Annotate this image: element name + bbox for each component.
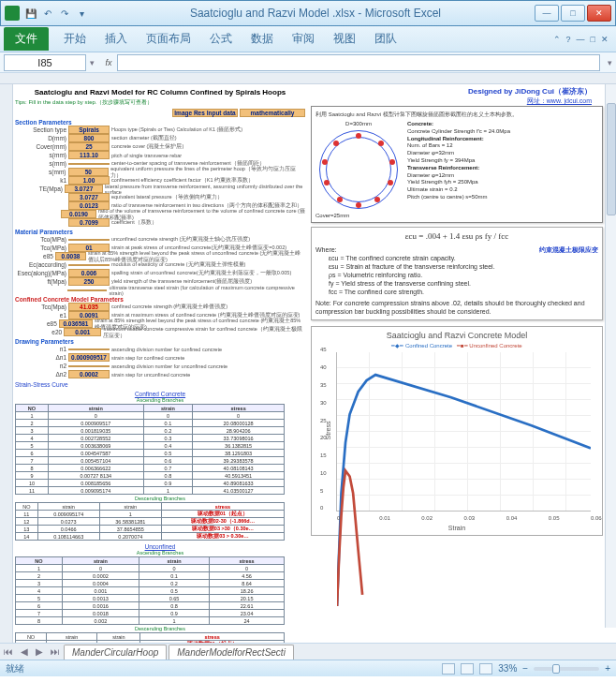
tab-nav-prev-icon[interactable]: ◀ xyxy=(17,646,32,657)
param-cell[interactable]: 800 xyxy=(68,134,110,142)
tab-nav-last-icon[interactable]: ⏭ xyxy=(47,646,64,657)
section-circle-icon xyxy=(319,130,398,209)
zoom-level: 33% xyxy=(498,663,517,674)
param-cell[interactable]: 0.0038 xyxy=(55,252,86,260)
param-cell[interactable]: 0.7099 xyxy=(68,218,110,227)
param-cell[interactable]: 3.0727 xyxy=(65,185,103,193)
formula-note: Note: For concrete compression strains a… xyxy=(315,299,598,316)
param-cell[interactable] xyxy=(68,163,110,165)
maximize-button[interactable]: □ xyxy=(561,5,585,22)
tab-data[interactable]: 数据 xyxy=(242,27,283,51)
button-reset[interactable]: Image Res Input data xyxy=(172,109,238,117)
tab-review[interactable]: 审阅 xyxy=(283,27,324,51)
button-math[interactable]: mathematically xyxy=(240,109,305,117)
chart-svg xyxy=(337,352,591,606)
close-button[interactable]: ✕ xyxy=(587,5,611,22)
titlebar: 💾 ↶ ↷ ▾ Saatcioglu and Razvi Model .xlsx… xyxy=(0,0,616,26)
confined-descending-table: NOstrainstrainstress110.0090951741驱动数据01… xyxy=(15,502,285,541)
excel-icon xyxy=(5,6,20,21)
zoom-in-icon[interactable]: + xyxy=(605,663,610,674)
status-ready: 就绪 xyxy=(6,662,24,675)
descending-label-2: Descending Branches xyxy=(15,626,305,631)
unconfined-descending-table: NOstrainstrainstress120.003824驱动数据01（起点）… xyxy=(15,632,285,643)
zoom-slider[interactable] xyxy=(534,667,599,671)
param-cell[interactable] xyxy=(68,348,110,350)
view-layout-icon[interactable] xyxy=(461,663,474,675)
ascending-label: Ascending Branches xyxy=(15,397,305,403)
view-normal-icon[interactable] xyxy=(442,663,455,675)
diagram-header: 利用 Saatcioglu and Razvi 模型计算下图螺旋箍筋圆形截面柱的… xyxy=(315,111,598,119)
name-box[interactable] xyxy=(4,54,86,71)
view-pagebreak-icon[interactable] xyxy=(479,663,492,675)
tab-nav-next-icon[interactable]: ▶ xyxy=(32,646,47,657)
param-cell[interactable] xyxy=(68,365,110,367)
namebox-dropdown-icon[interactable]: ▾ xyxy=(90,58,95,67)
diameter-label: D=300mm xyxy=(315,121,402,126)
tab-insert[interactable]: 插入 xyxy=(95,27,137,51)
chart-plot-area: 05101520253035404500.010.020.030.040.050… xyxy=(336,352,591,512)
unconfined-table-title: Unconfined xyxy=(15,543,305,550)
param-cell[interactable]: 0.0190 xyxy=(61,210,96,218)
tab-team[interactable]: 团队 xyxy=(365,27,406,51)
tab-layout[interactable]: 页面布局 xyxy=(137,27,200,51)
row-headers[interactable] xyxy=(0,84,13,643)
file-tab[interactable]: 文件 xyxy=(4,27,49,51)
param-cell[interactable]: Spirals xyxy=(68,126,110,134)
where-label: Where: xyxy=(315,245,337,254)
help-icon[interactable]: ? xyxy=(566,35,571,44)
undo-icon[interactable]: ↶ xyxy=(40,6,55,21)
param-cell[interactable] xyxy=(67,289,108,291)
diagram-info: Concrete: Concrete Cylinder Strength f'c… xyxy=(407,121,510,218)
column-headers[interactable] xyxy=(0,73,616,84)
confined-parameters-header: Confined Concrete Model Parameters xyxy=(15,296,305,303)
ribbon-minimize-icon[interactable]: ⌃ xyxy=(553,35,561,44)
tab-formulas[interactable]: 公式 xyxy=(200,27,242,51)
param-cell[interactable]: 3.0727 xyxy=(68,193,110,201)
param-cell[interactable]: 0.036581 xyxy=(59,319,93,328)
param-cell[interactable] xyxy=(68,239,110,241)
param-cell[interactable]: 50 xyxy=(68,168,110,176)
param-cell[interactable]: 0.006 xyxy=(68,269,110,277)
worksheet-area: Saatcioglu and Razvi Model for RC Column… xyxy=(0,73,616,643)
vertical-scrollbar[interactable] xyxy=(605,84,616,628)
website-link[interactable]: 网址：www. jdcui.com xyxy=(311,96,592,106)
save-icon[interactable]: 💾 xyxy=(23,6,38,21)
param-cell[interactable] xyxy=(68,264,110,266)
param-cell[interactable]: 0.0002 xyxy=(68,370,110,378)
formula-input[interactable] xyxy=(117,54,600,71)
drawing-parameters-header: Drawing Parameters xyxy=(15,338,305,345)
param-cell[interactable]: 0.000909517 xyxy=(68,353,110,362)
cover-label: Cover=25mm xyxy=(315,213,402,218)
tab-view[interactable]: 视图 xyxy=(324,27,365,51)
ribbon: 文件 开始 插入 页面布局 公式 数据 审阅 视图 团队 ⌃ ? — □ ✕ xyxy=(0,26,616,52)
param-cell[interactable]: 41.035 xyxy=(68,303,110,311)
tips-text: Tips: Fill in the data step by step.（按步骤… xyxy=(15,98,305,107)
fx-icon[interactable]: fx xyxy=(100,58,117,67)
formula-title-cn: 约束混凝土极限应变 xyxy=(539,245,598,254)
tab-home[interactable]: 开始 xyxy=(54,27,95,51)
zoom-thumb[interactable] xyxy=(552,664,560,674)
param-cell[interactable]: 250 xyxy=(68,277,110,286)
formula-expand-icon[interactable]: ▾ xyxy=(604,58,616,67)
sheet-tab-2[interactable]: ManderModelforRectSecti xyxy=(169,645,294,660)
status-bar: 就绪 33% − + xyxy=(0,660,616,676)
section-diagram-card: 利用 Saatcioglu and Razvi 模型计算下图螺旋箍筋圆形截面柱的… xyxy=(311,106,603,223)
mdi-restore-icon[interactable]: □ xyxy=(591,35,595,44)
qat-dropdown-icon[interactable]: ▾ xyxy=(74,6,89,21)
param-cell[interactable]: 0.001 xyxy=(64,328,101,336)
redo-icon[interactable]: ↷ xyxy=(57,6,72,21)
minimize-button[interactable]: — xyxy=(535,5,559,22)
zoom-out-icon[interactable]: − xyxy=(522,663,528,674)
param-cell[interactable]: 113.10 xyxy=(68,151,110,159)
equation: εcu = .004 + 1.4 εsu ρs fy / fcc xyxy=(315,231,598,243)
sheet-tab-1[interactable]: ManderCircularHoop xyxy=(64,645,167,660)
tab-nav-first-icon[interactable]: ⏮ xyxy=(0,646,17,657)
param-cell[interactable]: 1.00 xyxy=(68,176,110,185)
scrollbar-thumb[interactable] xyxy=(607,103,616,215)
mdi-minimize-icon[interactable]: — xyxy=(577,35,585,44)
param-cell[interactable]: 25 xyxy=(68,142,110,151)
chart-card: Saatcioglu and Razvi Concrete Model ━◆━ … xyxy=(311,326,603,536)
window-title: Saatcioglu and Razvi Model .xlsx - Micro… xyxy=(96,7,535,20)
mdi-close-icon[interactable]: ✕ xyxy=(601,35,609,44)
worksheet-content[interactable]: Saatcioglu and Razvi Model for RC Column… xyxy=(13,84,605,643)
